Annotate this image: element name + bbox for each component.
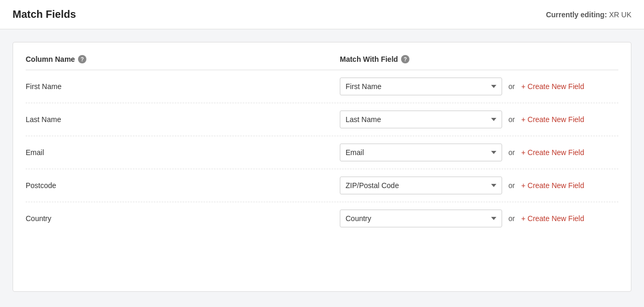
table-row: CountryFirst NameLast NameEmailZIP/Posta…: [26, 202, 618, 235]
column-name-help-icon[interactable]: ?: [78, 55, 86, 63]
footer: Cancel Upload FINISH UPLOAD: [0, 304, 644, 307]
match-fields-card: Column Name ? Match With Field ? First N…: [13, 42, 631, 292]
column-name-cell: Country: [26, 214, 340, 223]
match-field-cell: First NameLast NameEmailZIP/Postal CodeC…: [340, 78, 618, 95]
table-row: EmailFirst NameLast NameEmailZIP/Postal …: [26, 136, 618, 169]
table-row: First NameFirst NameLast NameEmailZIP/Po…: [26, 70, 618, 103]
column-name-header: Column Name ?: [26, 55, 340, 63]
page-title: Match Fields: [13, 8, 76, 20]
column-name-cell: First Name: [26, 82, 340, 91]
match-field-cell: First NameLast NameEmailZIP/Postal CodeC…: [340, 144, 618, 161]
field-select[interactable]: First NameLast NameEmailZIP/Postal CodeC…: [340, 210, 502, 227]
create-new-field-link[interactable]: + Create New Field: [521, 148, 584, 157]
column-name-cell: Postcode: [26, 181, 340, 190]
match-field-cell: First NameLast NameEmailZIP/Postal CodeC…: [340, 111, 618, 128]
column-name-cell: Last Name: [26, 115, 340, 124]
column-name-cell: Email: [26, 148, 340, 157]
create-new-field-link[interactable]: + Create New Field: [521, 214, 584, 223]
field-select[interactable]: First NameLast NameEmailZIP/Postal CodeC…: [340, 144, 502, 161]
match-field-cell: First NameLast NameEmailZIP/Postal CodeC…: [340, 210, 618, 227]
table-row: PostcodeFirst NameLast NameEmailZIP/Post…: [26, 169, 618, 202]
field-select[interactable]: First NameLast NameEmailZIP/Postal CodeC…: [340, 78, 502, 95]
create-new-field-link[interactable]: + Create New Field: [521, 82, 584, 91]
currently-editing: Currently editing: XR UK: [546, 10, 631, 19]
create-new-field-link[interactable]: + Create New Field: [521, 115, 584, 124]
main-content: Column Name ? Match With Field ? First N…: [0, 29, 644, 304]
field-select[interactable]: First NameLast NameEmailZIP/Postal CodeC…: [340, 177, 502, 194]
create-new-field-link[interactable]: + Create New Field: [521, 181, 584, 190]
match-field-cell: First NameLast NameEmailZIP/Postal CodeC…: [340, 177, 618, 194]
or-text: or: [508, 214, 515, 223]
or-text: or: [508, 82, 515, 91]
or-text: or: [508, 181, 515, 190]
match-field-help-icon[interactable]: ?: [401, 55, 409, 63]
table-header: Column Name ? Match With Field ?: [26, 55, 618, 70]
rows-container: First NameFirst NameLast NameEmailZIP/Po…: [26, 70, 618, 235]
match-with-field-header: Match With Field ?: [340, 55, 618, 63]
table-row: Last NameFirst NameLast NameEmailZIP/Pos…: [26, 103, 618, 136]
page-header: Match Fields Currently editing: XR UK: [0, 0, 644, 29]
or-text: or: [508, 148, 515, 157]
or-text: or: [508, 115, 515, 124]
field-select[interactable]: First NameLast NameEmailZIP/Postal CodeC…: [340, 111, 502, 128]
